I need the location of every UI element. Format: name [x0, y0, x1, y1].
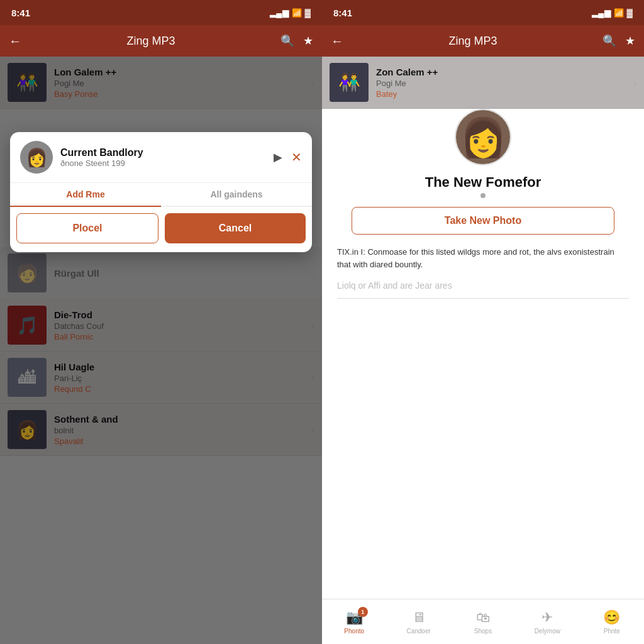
popup-place-button[interactable]: Plocel	[16, 213, 158, 243]
profile-name: The New Fomefor	[425, 174, 541, 191]
popup-tab-all[interactable]: All gaindens	[161, 183, 312, 207]
tab-candoer[interactable]: 🖥 Candoer	[386, 609, 450, 635]
profile-avatar-wrap: 👩	[455, 109, 511, 174]
bottom-tab-bar: 📷 1 Phonto 🖥 Candoer 🛍 Shops ✈ Delymow	[322, 599, 644, 644]
profile-avatar: 👩	[455, 109, 511, 165]
battery-icon: ▓	[305, 8, 311, 18]
popup-cancel-button[interactable]: Cancel	[165, 213, 306, 243]
popup-card: 👩 Current Bandlory ðnone Steent 199 ▶ ✕ …	[10, 132, 312, 252]
right-time: 8:41	[333, 8, 352, 18]
popup-info: Current Bandlory ðnone Steent 199	[60, 147, 266, 168]
left-phone: 8:41 ▂▄▆ 📶 ▓ ← Zing MP3 🔍 ★ 👫 Lon Galem …	[0, 0, 322, 644]
right-wifi-icon: 📶	[614, 8, 624, 18]
right-top-thumb: 👫	[330, 63, 369, 102]
shops-label: Shops	[474, 628, 492, 635]
right-nav-icons: 🔍 ★	[602, 34, 635, 48]
right-content: 👫 Zon Calem ++ Pogi Me Batey › 👩 The New…	[322, 57, 644, 644]
right-top-music-info: Zon Calem ++ Pogi Me Batey	[376, 67, 625, 99]
left-search-icon[interactable]: 🔍	[280, 34, 294, 48]
left-content: 👫 Lon Galem ++ Pogi Me Basy Ponse › 👩 Cu…	[0, 57, 322, 644]
phnte-icon: 😊	[603, 609, 620, 626]
delymow-label: Delymow	[535, 628, 560, 635]
right-back-button[interactable]: ←	[331, 34, 343, 48]
right-top-subtitle: Pogi Me	[376, 79, 625, 88]
delymow-icon: ✈	[541, 609, 553, 626]
tab-shops[interactable]: 🛍 Shops	[451, 609, 515, 635]
tab-delymow[interactable]: ✈ Delymow	[515, 609, 579, 635]
signal-icon: ▂▄▆	[270, 8, 288, 18]
popup-sub: ðnone Steent 199	[60, 158, 266, 168]
left-status-icons: ▂▄▆ 📶 ▓	[270, 8, 311, 18]
profile-avatar-img: 👩	[456, 110, 510, 164]
take-photo-button[interactable]: Take New Photo	[352, 207, 614, 235]
shops-icon: 🛍	[476, 609, 490, 626]
right-phone: 8:41 ▂▄▆ 📶 ▓ ← Zing MP3 🔍 ★ 👫 Zon Calem …	[322, 0, 644, 644]
popup-header: 👩 Current Bandlory ðnone Steent 199 ▶ ✕	[10, 132, 312, 183]
right-star-icon[interactable]: ★	[625, 34, 635, 48]
phnte-label: Phnte	[604, 628, 620, 635]
popup-tab-add[interactable]: Add Rme	[10, 183, 161, 207]
popup-name: Current Bandlory	[60, 147, 266, 158]
right-top-music-item[interactable]: 👫 Zon Calem ++ Pogi Me Batey ›	[322, 57, 644, 109]
left-time: 8:41	[11, 8, 30, 18]
left-nav-bar: ← Zing MP3 🔍 ★	[0, 25, 322, 57]
right-top-tag: Batey	[376, 89, 625, 99]
phonto-icon: 📷 1	[346, 609, 363, 626]
right-status-bar: 8:41 ▂▄▆ 📶 ▓	[322, 0, 644, 25]
left-back-button[interactable]: ←	[9, 34, 21, 48]
phonto-label: Phonto	[344, 628, 364, 635]
left-status-bar: 8:41 ▂▄▆ 📶 ▓	[0, 0, 322, 25]
candoer-icon: 🖥	[412, 609, 426, 626]
left-nav-title: Zing MP3	[126, 35, 175, 48]
popup-buttons: Plocel Cancel	[16, 213, 306, 243]
right-battery-icon: ▓	[627, 8, 633, 18]
right-search-icon[interactable]: 🔍	[602, 34, 616, 48]
popup-action-icons: ▶ ✕	[274, 150, 302, 165]
tab-phonto[interactable]: 📷 1 Phonto	[322, 609, 386, 635]
right-status-icons: ▂▄▆ 📶 ▓	[592, 8, 633, 18]
right-nav-title: Zing MP3	[448, 35, 497, 48]
phonto-badge: 1	[358, 607, 368, 617]
right-top-title: Zon Calem ++	[376, 67, 625, 77]
tab-phnte[interactable]: 😊 Phnte	[580, 609, 644, 635]
right-signal-icon: ▂▄▆	[592, 8, 610, 18]
left-nav-icons: 🔍 ★	[280, 34, 313, 48]
left-star-icon[interactable]: ★	[303, 34, 313, 48]
popup-tabs: Add Rme All gaindens	[10, 183, 312, 207]
right-top-thumb-img: 👫	[330, 63, 369, 102]
candoer-label: Candoer	[406, 628, 430, 635]
right-nav-bar: ← Zing MP3 🔍 ★	[322, 25, 644, 57]
right-top-chevron: ›	[633, 76, 636, 89]
profile-dot	[480, 193, 486, 198]
popup-avatar-img: 👩	[20, 141, 53, 174]
popup-close-icon[interactable]: ✕	[291, 150, 302, 165]
wifi-icon: 📶	[292, 8, 302, 18]
profile-placeholder: Liolq or Affi and are Jear ares	[337, 280, 629, 299]
popup-avatar: 👩	[20, 141, 53, 174]
profile-card: 👩 The New Fomefor Take New Photo TIX.in …	[322, 109, 644, 599]
profile-description: TIX.in I: Conmoase for this listed wildg…	[337, 246, 629, 270]
popup-play-icon[interactable]: ▶	[274, 150, 282, 164]
